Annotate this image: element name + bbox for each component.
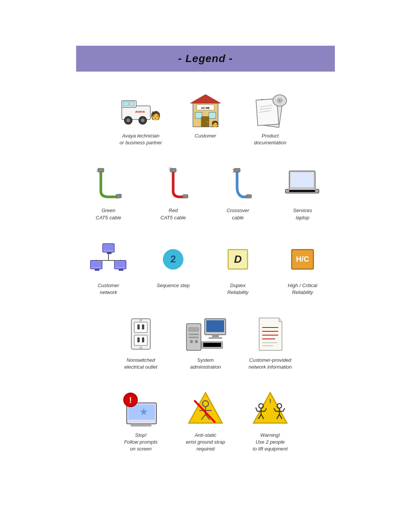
svg-rect-70 — [206, 320, 224, 332]
duplex-label: DuplexReliability — [227, 282, 249, 296]
legend-item-sysadmin: Systemadministration — [173, 315, 238, 371]
sequence-step-label: Sequence step — [157, 282, 190, 289]
legend-item-product-doc: Productdocumentation — [238, 91, 303, 146]
legend-item-customer: AC·ME 🧑 Customer — [173, 91, 238, 139]
svg-rect-37 — [291, 173, 314, 187]
legend-item-antistatic: Anti-staticwrist ground straprequired — [173, 390, 238, 453]
svg-rect-28 — [116, 194, 122, 198]
red-cat5-label: RedCAT5 cable — [161, 207, 186, 221]
svg-point-5 — [127, 119, 130, 122]
netinfo-icon — [256, 316, 285, 352]
row-3: Customernetwork 2 Sequence step D Duplex… — [61, 240, 350, 296]
svg-line-110 — [283, 408, 285, 411]
svg-rect-71 — [212, 335, 219, 337]
legend-item-netinfo: Customer-providednetwork information — [238, 315, 303, 371]
hc-reliability-icon-area: H/C — [280, 240, 325, 278]
red-cat5-icon-area: ☆ — [150, 165, 196, 203]
svg-rect-34 — [234, 168, 240, 172]
svg-text:🧑: 🧑 — [150, 110, 161, 121]
svg-text:△: △ — [96, 166, 100, 172]
antistatic-icon-area — [183, 390, 228, 428]
services-laptop-icon — [284, 169, 322, 200]
hc-box: H/C — [291, 249, 314, 270]
stop-icon: ★ ! — [121, 391, 161, 427]
svg-rect-3 — [130, 102, 134, 106]
svg-point-17 — [207, 121, 208, 123]
svg-text:★: ★ — [139, 406, 148, 417]
svg-rect-39 — [289, 190, 315, 192]
legend-item-sequence-step: 2 Sequence step — [141, 240, 206, 289]
svg-rect-49 — [119, 269, 123, 271]
customer-network-icon-area — [86, 240, 131, 278]
product-doc-label: Productdocumentation — [254, 133, 286, 146]
green-cat5-icon: △ — [93, 166, 124, 203]
svg-rect-45 — [91, 261, 101, 267]
row-1: AVAYA 🧑 Avaya technicianor business part… — [61, 91, 350, 146]
legend-item-avaya-van: AVAYA 🧑 Avaya technicianor business part… — [108, 91, 173, 146]
warning-icon-area: ! — [247, 390, 293, 428]
seq-number: 2 — [170, 253, 176, 265]
legend-item-crossover: ✕ Crossovercable — [206, 165, 270, 221]
svg-rect-72 — [209, 337, 222, 339]
duplex-letter: D — [234, 253, 242, 265]
svg-rect-35 — [246, 195, 252, 198]
legend-item-duplex: D DuplexReliability — [206, 240, 270, 296]
row-5: ★ ! Stop!Follow promptson screen — [61, 390, 350, 453]
outlet-icon-area — [118, 315, 164, 353]
svg-rect-14 — [195, 112, 202, 118]
services-laptop-icon-area — [280, 165, 325, 203]
legend-item-services-laptop: Serviceslaptop — [270, 165, 335, 221]
customer-icon-area: AC·ME 🧑 — [183, 91, 228, 129]
outlet-label: Nonswitchedelectrical outlet — [124, 357, 158, 371]
svg-rect-55 — [134, 322, 147, 332]
svg-text:!: ! — [269, 398, 271, 404]
legend-item-green-cat5: △ GreenCAT5 cable — [76, 165, 141, 221]
svg-rect-40 — [289, 189, 315, 190]
sysadmin-label: Systemadministration — [190, 357, 221, 371]
sequence-step-icon-area: 2 — [150, 240, 196, 278]
svg-point-7 — [141, 119, 144, 122]
svg-rect-2 — [123, 102, 129, 106]
services-laptop-label: Serviceslaptop — [293, 207, 312, 221]
outlet-icon — [127, 317, 154, 351]
green-cat5-icon-area: △ — [86, 165, 131, 203]
svg-rect-43 — [107, 252, 112, 254]
duplex-icon-area: D — [215, 240, 261, 278]
avaya-van-icon: AVAYA 🧑 — [120, 94, 162, 126]
svg-text:AVAYA: AVAYA — [135, 110, 145, 113]
hc-letter: H/C — [296, 255, 309, 264]
legend-item-customer-network: Customernetwork — [76, 240, 141, 296]
customer-network-icon — [89, 243, 129, 275]
legend-item-red-cat5: ☆ RedCAT5 cable — [141, 165, 206, 221]
legend-title: - Legend - — [76, 53, 335, 65]
row-2: △ GreenCAT5 cable ☆ RedCAT5 cable — [61, 165, 350, 221]
legend-grid: AVAYA 🧑 Avaya technicianor business part… — [61, 91, 350, 471]
sysadmin-icon-area — [183, 315, 228, 353]
svg-rect-48 — [115, 261, 125, 267]
svg-rect-46 — [95, 269, 99, 271]
svg-text:AC·ME: AC·ME — [201, 107, 210, 109]
svg-point-67 — [190, 340, 193, 343]
svg-rect-58 — [134, 335, 147, 345]
svg-rect-64 — [189, 328, 199, 331]
svg-point-68 — [195, 340, 198, 343]
svg-rect-66 — [189, 337, 199, 338]
svg-marker-11 — [190, 94, 221, 103]
svg-point-62 — [140, 347, 142, 349]
legend-item-warning: ! Warning!Use 2 peopleto lift equipment — [238, 390, 303, 453]
green-cat5-label: GreenCAT5 cable — [96, 207, 121, 221]
stop-label: Stop!Follow promptson screen — [124, 432, 158, 453]
svg-line-102 — [256, 407, 257, 411]
hc-reliability-label: High / CriticalReliability — [288, 282, 317, 296]
product-doc-icon-area — [247, 91, 293, 129]
svg-rect-74 — [203, 343, 221, 347]
antistatic-icon — [188, 391, 223, 427]
svg-rect-56 — [137, 324, 140, 329]
svg-rect-60 — [142, 337, 144, 342]
customer-label: Customer — [195, 133, 216, 139]
legend-item-hc-reliability: H/C High / CriticalReliability — [270, 240, 335, 296]
avaya-van-label: Avaya technicianor business partner — [119, 133, 162, 146]
row-4: Nonswitchedelectrical outlet — [61, 315, 350, 371]
product-doc-icon — [253, 94, 287, 126]
legend-item-outlet: Nonswitchedelectrical outlet — [108, 315, 173, 371]
